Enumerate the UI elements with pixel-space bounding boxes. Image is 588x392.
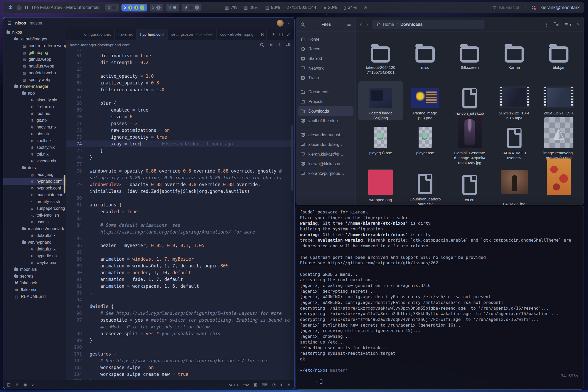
code-line-93[interactable]: 93} <box>66 290 294 296</box>
code-line-70[interactable]: 70 size = 6 <box>66 113 294 120</box>
sidebar-item-downloads[interactable]: Downloads <box>298 106 353 116</box>
folder-search-icon[interactable] <box>554 22 559 27</box>
tree-item-home-manager[interactable]: home-manager <box>3 83 66 90</box>
code-line-63[interactable]: 63 <box>66 66 294 73</box>
tree-item-vscode-nix[interactable]: ❆vscode.nix <box>3 158 66 164</box>
file-item-pasted-image-24-png[interactable]: Pasted image (24).png <box>358 81 403 120</box>
code-line-87[interactable]: 87 <box>66 249 294 256</box>
tray-icon[interactable] <box>531 5 536 10</box>
code-line-78[interactable]: 78windowrule = opacity 0.88 override 0.8… <box>66 168 294 174</box>
tree-item-secrets[interactable]: secrets <box>3 273 66 280</box>
tab-onfiguration-nix[interactable]: onfiguration.nix <box>83 29 115 40</box>
code-line-wrap[interactable]: https://wiki.hyprland.org/Configuring/An… <box>66 229 294 235</box>
tree-item-alacritty-nix[interactable]: ❆alacritty.nix <box>3 97 66 103</box>
spotify-icon[interactable] <box>17 5 22 10</box>
breadcrumb-home[interactable]: Home <box>377 22 394 27</box>
inline-assist-icon[interactable]: ∗ <box>270 42 273 47</box>
breadcrumb-current[interactable]: Downloads <box>400 22 422 27</box>
diagnostics-indicator[interactable]: ✓ <box>32 382 35 387</box>
editor-scrollbar[interactable] <box>291 125 293 191</box>
tree-item-flake-nix[interactable]: ❆flake.nix <box>3 286 66 293</box>
code-line-90[interactable]: 90 animation = border, 1, 10, default <box>66 269 294 276</box>
code-line-82[interactable]: 82 enabled = true <box>66 208 294 215</box>
file-item-player-1-ase[interactable]: player(1).ase <box>358 120 403 167</box>
tree-item-github-png[interactable]: ▨github.png <box>3 49 66 56</box>
workspace-button-8[interactable]: 8✳ <box>166 4 179 11</box>
env-indicator[interactable]: env <box>242 383 249 387</box>
back-icon[interactable]: ‹ <box>360 21 362 28</box>
file-item-misc[interactable]: misc <box>403 35 448 81</box>
code-line-92[interactable]: 92 animation = workspaces, 1, 6, default <box>66 283 294 290</box>
code-line-99[interactable]: 99} <box>66 337 294 344</box>
file-item-favicon-io-3-zip[interactable]: favicon_io(3).zip <box>448 81 492 120</box>
outline-panel-toggle-icon[interactable]: ≣ <box>15 382 19 387</box>
breadcrumb[interactable]: home-manager/dots/hyprland.conf <box>70 43 129 47</box>
tree-item-spotify-webp[interactable]: ▨spotify.webp <box>3 76 66 83</box>
path-bar[interactable]: Home / Downloads <box>372 20 485 29</box>
tree-item-neovim-nix[interactable]: ❆neovim.nix <box>3 124 66 131</box>
sidebar-item-network[interactable]: Network <box>298 63 353 73</box>
file-item-silkscreen[interactable]: Silkscreen <box>448 35 492 81</box>
file-item-blobjar[interactable]: blobjar <box>536 35 581 81</box>
code-line-76[interactable]: 76} <box>66 154 294 161</box>
tree-item-dots[interactable]: dots <box>3 164 66 171</box>
code-line-101[interactable]: 101gestures { <box>66 351 294 357</box>
forward-icon[interactable]: → <box>76 32 80 37</box>
tab-r[interactable]: R <box>257 29 267 40</box>
tree-item-default-nix[interactable]: ❆default.nix <box>3 232 66 239</box>
tree-item-hypridle-nix[interactable]: ❆hypridle.nix <box>3 253 66 259</box>
code-line-81[interactable]: 81animations { <box>66 201 294 208</box>
code-line-105[interactable]: 105} <box>66 378 294 380</box>
file-item-gemini-generated-image-4rqv8k4rqv8k4rqv-jpg[interactable]: Gemini_Generate d_Image_4rqv8k4 rqv8k4rq… <box>448 120 492 167</box>
new-tab-icon[interactable]: + <box>272 32 275 37</box>
tree-item-nautilus-webp[interactable]: ▨nautilus.webp <box>3 63 66 70</box>
tab-cool-retro-term-png[interactable]: cool-retro-term.png <box>217 29 258 40</box>
tree-item-readme-md[interactable]: ▤README.md <box>3 293 66 300</box>
code-line-100[interactable]: 100 <box>66 344 294 351</box>
code-line-79[interactable]: 79windowrulev2 = opacity 0.88 override 0… <box>66 181 294 188</box>
lsp-settings-icon[interactable]: ∗ <box>287 382 290 387</box>
tree-item-face-jpeg[interactable]: ▨face.jpeg <box>3 171 66 178</box>
code-editor[interactable]: 6061 dim_inactive = true62 dim_strength … <box>66 50 294 380</box>
project-name[interactable]: nixos <box>15 21 26 26</box>
file-item-player-ase[interactable]: player.ase <box>403 120 448 167</box>
search-icon[interactable] <box>260 43 264 47</box>
code-line-102[interactable]: 102 # See https://wiki.hyprland.org/Conf… <box>66 357 294 364</box>
tree-item-moonlark[interactable]: moonlark <box>3 266 66 273</box>
wifi-module[interactable]: KlukasNet <box>492 5 519 10</box>
file-item-la-142-1-jpg[interactable]: LA-142-1.jpg <box>492 167 536 205</box>
tree-item-sunpaperconfig[interactable]: ≡sunpaperconfig <box>3 205 66 212</box>
code-line-96[interactable]: 96 # See https://wiki.hyprland.org/Confi… <box>66 310 294 317</box>
code-line-wrap[interactable]: mainMod + P in the keybinds section belo… <box>66 323 294 330</box>
code-line-104[interactable]: 104 workspace_swipe_create_new = true <box>66 371 294 378</box>
code-line-80[interactable]: 80 <box>66 195 294 201</box>
sidebar-item-vault-of-the-eldu-[interactable]: vault of the eldu… <box>298 116 353 126</box>
file-item-takeout-20241207t155714z-001[interactable]: takeout-2024120 7T155714Z-001 <box>358 35 403 81</box>
code-line-69[interactable]: 69 enabled = true <box>66 107 294 113</box>
code-line-98[interactable]: 98 preserve_split = yes # you probably w… <box>66 330 294 337</box>
tree-item-tofi-nix[interactable]: ❆tofi.nix <box>3 151 66 158</box>
cursor-position[interactable]: 74:18 <box>228 383 238 387</box>
tree-item-hyprland-conf[interactable]: ⚙hyprland.conf <box>3 178 66 185</box>
file-item-ca-crt[interactable]: ca.crt <box>448 167 492 205</box>
tree-item-github-webp[interactable]: ▨github.webp <box>3 56 66 63</box>
tree-item-flake-lock[interactable]: flake.lock <box>3 280 66 286</box>
file-item-doubloonleaderboard-csv[interactable]: DoubloonLeaderb oard.csv <box>403 167 448 205</box>
tree-item-firefox-nix[interactable]: ❆firefox.nix <box>3 103 66 110</box>
editor-settings-icon[interactable] <box>286 43 290 47</box>
avatar[interactable] <box>277 20 284 27</box>
file-item-2024-12-22-13-42-15-mp4[interactable]: 2024-12-22_13-4 2-15.mp4 <box>492 81 536 120</box>
chevron-down-icon[interactable]: ∨ <box>287 21 290 25</box>
tree-item-user-js[interactable]: JSuser.js <box>3 219 66 225</box>
code-line-94[interactable]: 94 <box>66 296 294 303</box>
tree-item-spotify-nix[interactable]: ❆spotify.nix <box>3 144 66 151</box>
code-line-95[interactable]: 95dwindle { <box>66 303 294 310</box>
back-icon[interactable]: ← <box>69 32 74 37</box>
split-pane-icon[interactable]: ◫ <box>279 32 283 37</box>
collab-panel-toggle-icon[interactable]: ◉ <box>23 382 27 387</box>
workspace-button-3[interactable]: 3? <box>150 4 163 11</box>
workspace-button-2[interactable]: 2?? <box>121 4 147 11</box>
code-line-wrap[interactable]: set opacity to 0.88 active, 0.8 inactive… <box>66 174 294 181</box>
tab-settings-json[interactable]: settings.json~/.config/zed <box>168 29 217 40</box>
sidebar-item-kieran-purplebu-[interactable]: kieran@purplebu… <box>298 169 353 178</box>
